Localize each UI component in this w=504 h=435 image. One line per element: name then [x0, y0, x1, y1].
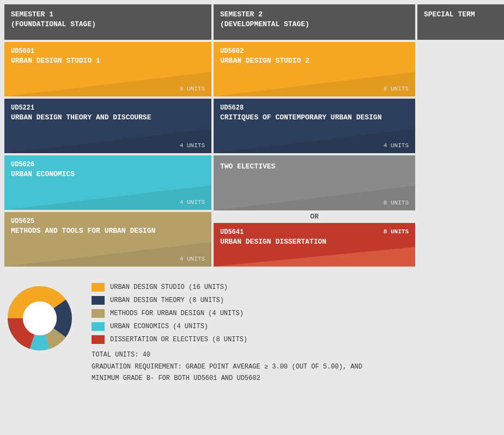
ud5626-name: URBAN ECONOMICS: [11, 170, 205, 179]
legend-item-theory: URBAN DESIGN THEORY (8 UNITS): [92, 296, 500, 305]
legend-label-methods: METHODS FOR URBAN DESIGN (4 UNITS): [110, 310, 244, 317]
electives-units: 8 UNITS: [384, 200, 409, 206]
legend-item-dissertation: DISSERTATION OR ELECTIVES (8 UNITS): [92, 335, 500, 344]
ud5625-code: UD5625: [11, 218, 205, 225]
row-studios: UD5601 URBAN DESIGN STUDIO 1 8 UNITS UD5…: [4, 42, 500, 96]
ud5641-units: 8 UNITS: [384, 228, 409, 235]
header-row: SEMESTER 1 (FOUNDATIONAL STAGE) SEMESTER…: [4, 4, 500, 40]
left-col-bottom: UD5626 URBAN ECONOMICS 4 UNITS UD5625 ME…: [4, 155, 211, 267]
ud5221-name: URBAN DESIGN THEORY AND DISCOURSE: [11, 113, 205, 123]
sem1-header-text: SEMESTER 1 (FOUNDATIONAL STAGE): [11, 10, 96, 29]
ud5601-name: URBAN DESIGN STUDIO 1: [11, 57, 205, 66]
legend-color-theory: [92, 296, 105, 305]
ud5221-units: 4 UNITS: [180, 142, 205, 149]
sem2-header: SEMESTER 2 (DEVELOPMENTAL STAGE): [214, 4, 415, 40]
ud5628-code: UD5628: [220, 104, 409, 112]
svg-point-6: [23, 301, 57, 335]
total-units: TOTAL UNITS: 40: [92, 349, 500, 361]
legend-item-methods: METHODS FOR URBAN DESIGN (4 UNITS): [92, 309, 500, 318]
ud5601-code: UD5601: [11, 47, 205, 55]
legend-footer: URBAN DESIGN STUDIO (16 UNITS) URBAN DES…: [92, 283, 500, 385]
ud5628-units: 4 UNITS: [384, 142, 409, 149]
special-term-row3: [417, 99, 504, 153]
special-term-row4: [417, 155, 504, 267]
row-theory: UD5221 URBAN DESIGN THEORY AND DISCOURSE…: [4, 99, 500, 153]
course-ud5221: UD5221 URBAN DESIGN THEORY AND DISCOURSE…: [4, 99, 211, 153]
course-ud5602: UD5602 URBAN DESIGN STUDIO 2 8 UNITS: [214, 42, 415, 96]
legend: URBAN DESIGN STUDIO (16 UNITS) URBAN DES…: [92, 283, 500, 344]
course-electives: TWO ELECTIVES 8 UNITS: [214, 155, 415, 210]
special-term-text: SPECIAL TERM: [424, 10, 475, 20]
bottom-section: URBAN DESIGN STUDIO (16 UNITS) URBAN DES…: [4, 277, 500, 390]
right-col-bottom: TWO ELECTIVES 8 UNITS OR UD5641 URBAN DE…: [214, 155, 415, 267]
footer-text: TOTAL UNITS: 40 GRADUATION REQUIREMENT: …: [92, 349, 500, 385]
legend-label-theory: URBAN DESIGN THEORY (8 UNITS): [110, 297, 224, 304]
legend-label-studio: URBAN DESIGN STUDIO (16 UNITS): [110, 283, 228, 291]
course-ud5628: UD5628 CRITIQUES OF CONTEMPORARY URBAN D…: [214, 99, 415, 153]
legend-item-studio: URBAN DESIGN STUDIO (16 UNITS): [92, 283, 500, 292]
grad-req-1: GRADUATION REQUIREMENT: GRADE POINT AVER…: [92, 361, 500, 373]
ud5602-name: URBAN DESIGN STUDIO 2: [220, 57, 409, 66]
legend-label-economics: URBAN ECONOMICS (4 UNITS): [110, 323, 208, 330]
legend-item-economics: URBAN ECONOMICS (4 UNITS): [92, 322, 500, 331]
sem1-header: SEMESTER 1 (FOUNDATIONAL STAGE): [4, 4, 211, 40]
ud5625-units: 4 UNITS: [180, 256, 205, 262]
grad-req-2: MINIMUM GRADE B- FOR BOTH UD5601 AND UD5…: [92, 373, 500, 385]
ud5221-code: UD5221: [11, 104, 205, 112]
ud5626-code: UD5626: [11, 161, 205, 168]
ud5602-code: UD5602: [220, 47, 409, 55]
legend-color-studio: [92, 283, 105, 292]
ud5602-units: 8 UNITS: [384, 86, 409, 92]
course-ud5601: UD5601 URBAN DESIGN STUDIO 1 8 UNITS: [4, 42, 211, 96]
ud5628-name: CRITIQUES OF CONTEMPORARY URBAN DESIGN: [220, 113, 409, 123]
or-divider: OR: [214, 210, 415, 223]
legend-color-methods: [92, 309, 105, 318]
row-electives: UD5626 URBAN ECONOMICS 4 UNITS UD5625 ME…: [4, 155, 500, 267]
course-ud5641: UD5641 URBAN DESIGN DISSERTATION 8 UNITS: [214, 223, 415, 267]
special-term-header: SPECIAL TERM: [417, 4, 504, 40]
legend-color-dissertation: [92, 335, 105, 344]
sem2-header-text: SEMESTER 2 (DEVELOPMENTAL STAGE): [220, 10, 309, 29]
course-ud5625: UD5625 METHODS AND TOOLS FOR URBAN DESIG…: [4, 212, 211, 267]
legend-color-economics: [92, 322, 105, 331]
ud5601-units: 8 UNITS: [180, 86, 205, 92]
electives-name: TWO ELECTIVES: [220, 162, 409, 172]
ud5641-code: UD5641: [220, 228, 409, 236]
legend-label-dissertation: DISSERTATION OR ELECTIVES (8 UNITS): [110, 336, 247, 343]
course-ud5626: UD5626 URBAN ECONOMICS 4 UNITS: [4, 155, 211, 210]
ud5641-name: URBAN DESIGN DISSERTATION: [220, 238, 409, 247]
ud5626-units: 4 UNITS: [180, 199, 205, 206]
ud5625-name: METHODS AND TOOLS FOR URBAN DESIGN: [11, 227, 205, 236]
special-term-row2: [417, 42, 504, 96]
donut-chart: [4, 283, 75, 356]
